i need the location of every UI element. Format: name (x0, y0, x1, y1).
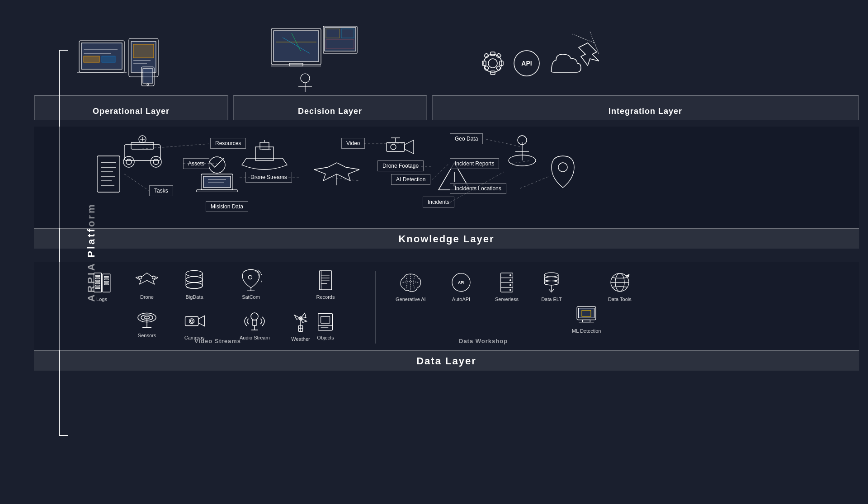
audiostream-icon (243, 310, 266, 332)
objects-group: Objects (314, 310, 337, 341)
satcom-label: SatCom (242, 294, 260, 300)
svg-rect-75 (197, 190, 237, 192)
data-elt-label: Data ELT (541, 297, 562, 302)
svg-point-121 (248, 275, 252, 279)
drone-aircraft-icon (314, 160, 359, 188)
sensors-label: Sensors (138, 333, 156, 339)
satcom-group: SatCom (240, 269, 262, 300)
joystick-icon (504, 129, 540, 170)
svg-rect-116 (185, 316, 198, 325)
bigdata-icon (183, 269, 206, 292)
drone-streams-box: Drone Streams (245, 172, 292, 183)
decision-layer-label: Decision Layer (298, 107, 362, 116)
svg-point-107 (152, 276, 156, 279)
svg-rect-9 (133, 44, 154, 58)
ml-detection-icon (575, 303, 598, 325)
data-elt-group: Data ELT (540, 271, 563, 302)
svg-rect-103 (104, 281, 108, 282)
svg-point-148 (510, 289, 511, 291)
records-icon (314, 269, 337, 292)
svg-point-44 (151, 156, 161, 167)
svg-rect-102 (104, 279, 108, 280)
sensors-group: Sensors (136, 307, 158, 339)
logs-label: Logs (96, 297, 107, 302)
incident-reports-box: Incident Reports (450, 158, 499, 169)
weather-label: Weather (291, 336, 310, 342)
drone-icon (136, 269, 158, 292)
logs-group: Logs (90, 271, 113, 302)
bracket-bottom (59, 423, 60, 436)
svg-rect-123 (252, 320, 257, 325)
incidents-box: Incidents (423, 197, 454, 207)
svg-point-30 (484, 54, 502, 72)
svg-rect-42 (124, 145, 160, 160)
cameras-group: Cameras (183, 310, 206, 341)
operational-layer-label: Operational Layer (93, 107, 170, 116)
svg-rect-52 (260, 142, 269, 149)
data-floor: Data Layer (34, 350, 859, 371)
svg-rect-5 (102, 56, 115, 62)
svg-point-46 (153, 159, 159, 165)
svg-point-145 (510, 275, 511, 276)
geo-data-box: Geo Data (450, 133, 483, 144)
autoapi-icon: API (450, 271, 472, 294)
integration-layer-label: Integration Layer (609, 107, 682, 116)
weather-group: Weather (289, 311, 312, 342)
drone-footage-box: Drone Footage (377, 160, 424, 171)
generative-ai-label: Generative AI (396, 297, 426, 302)
svg-point-122 (251, 313, 258, 320)
sensors-icon (136, 307, 158, 330)
data-layer-label: Data Layer (416, 355, 476, 367)
section-divider (375, 271, 376, 344)
svg-rect-96 (96, 280, 100, 281)
svg-rect-99 (96, 287, 100, 288)
resources-box: Resources (210, 138, 246, 149)
data-elt-icon (540, 271, 563, 294)
data-tools-group: Data Tools (608, 271, 632, 302)
knowledge-floor: Knowledge Layer (34, 228, 859, 249)
knowledge-layer-label: Knowledge Layer (398, 233, 494, 245)
svg-rect-94 (96, 275, 100, 276)
satcom-icon (240, 269, 262, 292)
integration-layer-block: Integration Layer (432, 95, 859, 120)
svg-rect-16 (274, 31, 319, 61)
ml-detection-label: ML Detection (572, 328, 601, 334)
svg-point-106 (139, 276, 142, 279)
serverless-icon (495, 271, 518, 294)
svg-rect-23 (325, 28, 356, 51)
svg-point-62 (558, 163, 567, 172)
incident-locations-box: Incidents Locations (450, 183, 506, 194)
data-tools-label: Data Tools (608, 297, 632, 302)
svg-rect-104 (104, 284, 108, 285)
map-pin-icon (549, 154, 576, 190)
svg-rect-136 (321, 316, 330, 323)
svg-point-113 (186, 270, 203, 276)
generative-ai-icon (399, 271, 422, 294)
logs-icon (90, 271, 113, 294)
svg-point-149 (544, 273, 558, 277)
svg-rect-33 (491, 71, 495, 75)
svg-rect-32 (491, 52, 495, 56)
objects-icon (314, 310, 337, 332)
drone-group: Drone (136, 269, 158, 300)
drone-label: Drone (140, 294, 154, 300)
bottom-section: Video Streams Data Workshop (34, 262, 859, 371)
workstation-icon (194, 151, 240, 192)
svg-rect-155 (583, 320, 590, 322)
objects-label: Objects (317, 335, 334, 341)
svg-point-45 (126, 159, 132, 165)
ai-detection-box: AI Detection (391, 174, 430, 185)
decision-layer-block: Decision Layer (233, 95, 427, 120)
main-content: ARPIA Platform Operational Layer (34, 23, 859, 481)
assets-box: Assets (183, 158, 209, 169)
middle-section: Resources Assets Tasks Video Drone Strea… (34, 127, 859, 249)
cameras-icon (183, 310, 206, 332)
video-box: Video (341, 138, 365, 149)
svg-point-14 (147, 84, 149, 85)
svg-point-31 (488, 59, 497, 68)
svg-rect-47 (131, 142, 154, 149)
bigdata-label: BigData (185, 294, 203, 300)
generative-ai-group: Generative AI (396, 271, 426, 302)
top-layers: Operational Layer Decision La (34, 23, 859, 120)
data-tools-icon (609, 271, 631, 294)
